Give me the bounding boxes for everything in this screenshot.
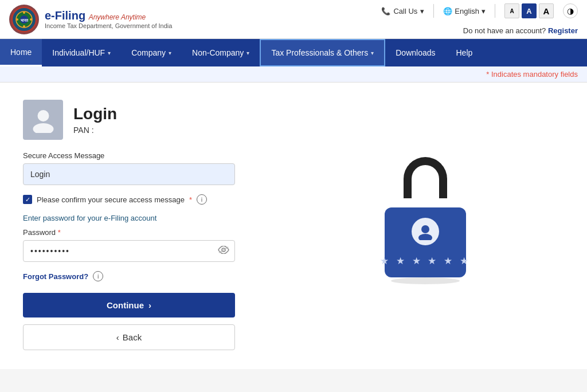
lock-stars: ★ ★ ★ ★ ★ ★: [380, 255, 471, 267]
secure-access-label: Secure Access Message: [23, 151, 264, 160]
enter-password-hint: Enter password for your e-Filing account: [23, 214, 264, 222]
font-small-button[interactable]: A: [504, 3, 519, 18]
efiling-tagline: Anywhere Anytime: [89, 13, 146, 21]
password-input[interactable]: [23, 240, 235, 262]
mandatory-banner: * Indicates mandatory fields: [0, 66, 587, 83]
svg-point-4: [23, 11, 25, 14]
department-name: Income Tax Department, Government of Ind…: [45, 22, 172, 29]
login-header: Login PAN :: [23, 100, 264, 140]
confirm-label: Please confirm your secure access messag…: [37, 195, 185, 204]
chevron-down-icon: ▾: [371, 50, 374, 56]
lock-illustration: ★ ★ ★ ★ ★ ★: [368, 151, 483, 300]
nav-item-help[interactable]: Help: [446, 39, 483, 66]
phone-icon: 📞: [381, 7, 390, 15]
top-bar: भारत e-Filing Anywhere Anytime Income Ta…: [0, 0, 587, 39]
svg-point-9: [33, 123, 53, 133]
forgot-password-link[interactable]: Forgot Password?: [23, 272, 88, 281]
call-us-button[interactable]: 📞 Call Us ▾: [381, 7, 424, 15]
lock-shadow: [391, 277, 460, 284]
login-form-section: Login PAN : Secure Access Message ✓ Plea…: [23, 100, 264, 352]
svg-point-8: [37, 110, 49, 121]
nav-bar: Home Individual/HUF ▾ Company ▾ Non-Comp…: [0, 39, 587, 66]
login-title-group: Login PAN :: [73, 105, 117, 135]
lock-body: ★ ★ ★ ★ ★ ★: [385, 207, 466, 277]
government-emblem: भारत: [9, 5, 39, 34]
secure-access-input[interactable]: [23, 163, 235, 185]
nav-item-home[interactable]: Home: [0, 39, 42, 66]
svg-point-13: [418, 234, 432, 240]
font-large-button[interactable]: A: [539, 3, 554, 18]
confirm-checkbox[interactable]: ✓: [23, 195, 32, 204]
chevron-down-icon: ▾: [420, 7, 424, 15]
password-input-wrapper: [23, 240, 235, 262]
back-button[interactable]: ‹ Back: [23, 324, 235, 350]
nav-item-company[interactable]: Company ▾: [121, 39, 182, 66]
secure-access-group: Secure Access Message: [23, 151, 264, 185]
password-label: Password *: [23, 228, 264, 237]
chevron-down-icon: ▾: [482, 7, 486, 15]
svg-text:भारत: भारत: [21, 18, 29, 22]
confirm-checkbox-row: ✓ Please confirm your secure access mess…: [23, 194, 264, 205]
chevron-down-icon: ▾: [169, 50, 171, 56]
top-controls-row: 📞 Call Us ▾ 🌐 English ▾ A A A ◑: [381, 3, 578, 18]
font-size-controls: A A A: [504, 3, 554, 18]
info-icon[interactable]: i: [93, 271, 103, 281]
contrast-toggle[interactable]: ◑: [563, 3, 578, 18]
chevron-down-icon: ▾: [108, 50, 111, 56]
logo-area: भारत e-Filing Anywhere Anytime Income Ta…: [9, 5, 172, 34]
lock-person-icon: [412, 218, 439, 245]
required-star: *: [189, 195, 192, 204]
lock-shackle: [404, 157, 447, 198]
svg-point-6: [30, 18, 32, 21]
chevron-down-icon: ▾: [246, 50, 249, 56]
login-title: Login: [73, 105, 117, 123]
continue-button[interactable]: Continue ›: [23, 293, 235, 317]
language-selector[interactable]: 🌐 English ▾: [443, 7, 486, 15]
pan-label: PAN :: [73, 126, 117, 135]
password-group: Password *: [23, 228, 264, 262]
forgot-password-row: Forgot Password? i: [23, 271, 264, 281]
required-star: *: [58, 228, 61, 237]
register-link[interactable]: Register: [548, 26, 578, 35]
main-content: Login PAN : Secure Access Message ✓ Plea…: [0, 83, 587, 369]
vertical-divider: [433, 4, 434, 18]
nav-item-individual[interactable]: Individual/HUF ▾: [42, 39, 121, 66]
register-row: Do not have an account? Register: [463, 26, 578, 35]
vertical-divider: [495, 4, 495, 18]
top-right-controls: 📞 Call Us ▾ 🌐 English ▾ A A A ◑ Do not h…: [381, 3, 578, 35]
svg-point-12: [421, 225, 429, 233]
user-avatar: [23, 100, 63, 140]
nav-item-tax-professionals[interactable]: Tax Professionals & Others ▾: [260, 39, 385, 66]
font-medium-button[interactable]: A: [522, 3, 537, 18]
illustration-section: ★ ★ ★ ★ ★ ★: [287, 100, 564, 352]
info-icon[interactable]: i: [197, 194, 207, 205]
globe-icon: 🌐: [443, 7, 452, 15]
eye-icon[interactable]: [218, 246, 229, 256]
efiling-brand: e-Filing Anywhere Anytime: [45, 9, 172, 22]
logo-text: e-Filing Anywhere Anytime Income Tax Dep…: [45, 9, 172, 29]
nav-item-non-company[interactable]: Non-Company ▾: [182, 39, 260, 66]
svg-point-7: [23, 25, 25, 28]
svg-point-5: [16, 18, 18, 21]
nav-item-downloads[interactable]: Downloads: [385, 39, 445, 66]
